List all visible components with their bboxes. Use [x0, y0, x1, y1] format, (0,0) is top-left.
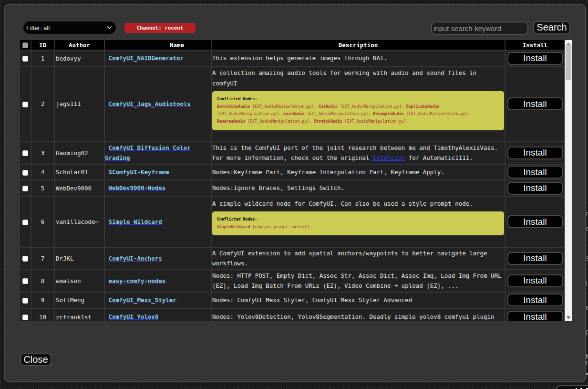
node-row: 1bedovyy ComfyUI_NAIDGeneratorThis exten… — [20, 50, 565, 66]
row-checkbox[interactable] — [22, 278, 28, 284]
node-id: 9 — [31, 292, 54, 308]
node-name-cell: WebDev9000-Nodes — [104, 180, 211, 196]
node-row: 9SoftMeng ComfyUI_Mexx_StylerNodes: Comf… — [20, 292, 565, 308]
row-checkbox[interactable] — [22, 102, 28, 107]
row-checkbox[interactable] — [22, 170, 28, 176]
filter-dropdown[interactable]: Filter: all — [23, 21, 116, 34]
node-name-link[interactable]: Simple Wildcard — [109, 218, 162, 225]
node-row: 3Haoming02 ComfyUI Diffusion Color Gradi… — [20, 141, 565, 164]
row-checkbox-cell — [20, 66, 31, 141]
scrollbar-down-arrow-icon[interactable] — [567, 316, 570, 319]
node-description: A collection amazing audio tools for wor… — [211, 66, 505, 141]
row-checkbox[interactable] — [22, 298, 28, 304]
custom-nodes-grid-container: ID Author Name Description Install 1bedo… — [20, 40, 572, 321]
node-author: Haoming02 — [54, 141, 104, 164]
select-all-checkbox[interactable] — [22, 42, 28, 48]
install-button[interactable]: Install — [507, 52, 563, 65]
node-name-link[interactable]: easy-comfy-nodes — [109, 277, 166, 284]
install-button[interactable]: Install — [507, 274, 563, 287]
node-row: 2jags111 ComfyUI_Jags_AudiotoolsA collec… — [20, 66, 565, 141]
node-name-link[interactable]: ComfyUI-Anchors — [109, 255, 162, 262]
node-author: jags111 — [54, 66, 104, 141]
node-author: bedovyy — [54, 50, 104, 66]
header-id: ID — [31, 40, 54, 50]
row-checkbox[interactable] — [22, 220, 28, 225]
channel-badge: Channel: recent — [124, 23, 196, 33]
close-button[interactable]: Close — [20, 353, 52, 366]
node-id: 8 — [31, 270, 54, 292]
row-checkbox-cell — [20, 270, 31, 292]
node-name-cell: ComfyUI-Anchors — [104, 247, 211, 270]
row-checkbox-cell — [20, 141, 31, 164]
row-checkbox[interactable] — [22, 150, 28, 156]
row-checkbox-cell — [20, 196, 31, 247]
node-row: 10zcfrank1st ComfyUI Yolov8Nodes: Yolov8… — [20, 308, 565, 321]
install-button[interactable]: Install — [507, 166, 563, 179]
node-id: 5 — [31, 180, 54, 196]
node-row: 7DrJKL ComfyUI-AnchorsA ComfyUI extensio… — [20, 247, 565, 270]
table-scrollbar[interactable] — [565, 40, 572, 321]
node-description: This is the ComfyUI port of the joint re… — [211, 141, 505, 164]
node-row: 6vanillacode⋯ Simple WildcardA simple wi… — [20, 196, 565, 247]
install-button[interactable]: Install — [507, 252, 563, 265]
install-button[interactable]: Install — [507, 294, 563, 306]
install-button[interactable]: Install — [507, 182, 563, 195]
install-cell: Install — [505, 180, 565, 196]
conflict-node-name: ResampleAudio — [373, 111, 403, 116]
node-description: Nodes: HTTP POST, Empty Dict, Assoc Str,… — [211, 270, 505, 292]
row-checkbox[interactable] — [22, 315, 28, 320]
node-author: DrJKL — [54, 247, 104, 270]
background-panel-fragment — [556, 385, 588, 389]
header-checkbox-cell — [20, 40, 31, 50]
node-name-link[interactable]: ComfyUI_NAIDGenerator — [109, 54, 184, 62]
install-cell: Install — [505, 141, 565, 164]
conflict-node-name: BatchJoinAudio — [217, 104, 250, 109]
node-description: Nodes: Yolov8Detection, Yolov8Segmentati… — [211, 308, 505, 321]
search-button[interactable]: Search — [533, 21, 570, 34]
install-cell: Install — [505, 247, 565, 270]
row-checkbox-cell — [20, 247, 31, 270]
node-author: Scholar01 — [54, 164, 104, 180]
node-name-link[interactable]: ComfyUI Yolov8 — [109, 313, 159, 320]
channel-badge-label: Channel: recent — [137, 25, 184, 31]
search-input[interactable] — [431, 21, 528, 35]
node-name-link[interactable]: ComfyUI Diffusion Color Grading — [105, 144, 191, 161]
install-cell: Install — [505, 292, 565, 308]
node-row: 5WebDev9000 WebDev9000-NodesNodes:Ignore… — [20, 180, 565, 196]
node-name-link[interactable]: SComfyUI-Keyframe — [109, 168, 169, 176]
row-checkbox[interactable] — [22, 56, 28, 62]
node-name-cell: ComfyUI_Jags_Audiotools — [104, 66, 211, 141]
row-checkbox[interactable] — [22, 186, 28, 191]
scrollbar-thumb[interactable] — [566, 45, 571, 80]
install-button[interactable]: Install — [507, 97, 563, 110]
node-author: WebDev9000 — [54, 180, 104, 196]
custom-nodes-table: ID Author Name Description Install 1bedo… — [20, 40, 565, 321]
chevron-down-icon — [107, 26, 112, 29]
node-name-link[interactable]: WebDev9000-Nodes — [109, 184, 166, 191]
node-name-link[interactable]: ComfyUI_Jags_Audiotools — [109, 100, 191, 107]
install-button[interactable]: Install — [507, 311, 563, 321]
node-description: Nodes: ComfyUI Mexx Styler, ComfyUI Mexx… — [211, 292, 505, 308]
conflict-node-name: SimpleWildcard — [217, 224, 250, 229]
row-checkbox[interactable] — [22, 256, 28, 262]
node-name-cell: Simple Wildcard — [104, 196, 211, 247]
node-id: 2 — [31, 66, 54, 141]
node-name-link[interactable]: ComfyUI_Mexx_Styler — [109, 296, 176, 304]
description-link[interactable]: Extension — [373, 154, 405, 161]
conflicted-nodes-box: Conflicted Nodes:BatchJoinAudio [EXT_Aud… — [212, 91, 504, 130]
node-id: 10 — [31, 308, 54, 321]
node-description: Nodes:Keyframe Part, Keyframe Interpolat… — [211, 164, 505, 180]
install-button[interactable]: Install — [507, 147, 563, 159]
install-button[interactable]: Install — [507, 215, 563, 228]
install-custom-nodes-dialog: Filter: all Channel: recent Search ID Au… — [4, 4, 586, 382]
install-cell: Install — [505, 196, 565, 247]
node-description: This extension helps generate images thr… — [211, 50, 505, 66]
node-id: 6 — [31, 196, 54, 247]
node-name-cell: ComfyUI_Mexx_Styler — [104, 292, 211, 308]
install-cell: Install — [505, 164, 565, 180]
filter-dropdown-value: Filter: all — [26, 24, 107, 32]
node-id: 3 — [31, 141, 54, 164]
node-author: vanillacode⋯ — [54, 196, 104, 247]
row-checkbox-cell — [20, 50, 31, 66]
install-cell: Install — [505, 50, 565, 66]
